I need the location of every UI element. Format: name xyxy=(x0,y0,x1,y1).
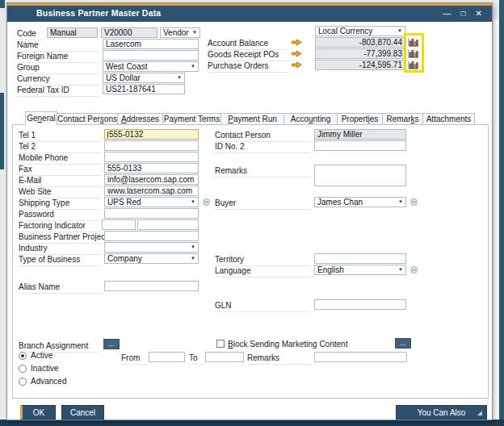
goods-receipt-pos-field[interactable]: -77,399.83 xyxy=(315,48,405,59)
password-field[interactable] xyxy=(104,208,199,219)
website-label: Web Site xyxy=(19,187,101,198)
code-series-field[interactable]: Manual xyxy=(47,27,98,38)
foreign-name-field[interactable] xyxy=(103,50,199,61)
purchase-orders-field[interactable]: -124,595.71 xyxy=(315,60,405,70)
bp-type-select[interactable]: Vendor xyxy=(160,27,200,38)
factoring-indicator-field-1[interactable] xyxy=(102,219,136,230)
fax-field[interactable]: 555-0133 xyxy=(104,163,199,173)
to-field[interactable] xyxy=(205,352,244,362)
link-arrow-icon[interactable] xyxy=(292,39,302,46)
block-marketing-label: Block Sending Marketing Content xyxy=(228,340,347,349)
link-arrow-icon[interactable] xyxy=(292,61,302,69)
alias-name-field[interactable] xyxy=(104,281,199,291)
tab-label: Payment Terms xyxy=(164,115,220,123)
password-label: Password xyxy=(19,210,101,221)
shipping-type-label: Shipping Type xyxy=(19,198,101,210)
highlight-annotation xyxy=(404,33,424,73)
id-no-2-field[interactable] xyxy=(314,140,406,151)
industry-label: Industry xyxy=(19,244,101,255)
tab-label: Propert xyxy=(342,115,368,123)
you-can-also-button[interactable]: You Can Also xyxy=(396,405,487,420)
language-select[interactable]: English xyxy=(314,265,406,275)
email-field[interactable]: info@lasercom.sap.com xyxy=(104,174,199,185)
tab-accounting[interactable]: Accounting xyxy=(284,113,338,125)
group-label: Group xyxy=(17,63,99,74)
tab-label: Attachments xyxy=(426,115,472,123)
name-field[interactable]: Lasercom xyxy=(103,39,199,49)
foreign-name-label: Foreign Name xyxy=(17,52,99,63)
from-label: From xyxy=(121,353,147,365)
chevron-down-icon[interactable] xyxy=(189,198,197,207)
tab-general[interactable]: General xyxy=(25,111,57,125)
tab-label: Ge xyxy=(27,114,37,123)
tab-payment-terms[interactable]: Payment Terms xyxy=(163,113,221,125)
tab-contact-persons[interactable]: Contact Persons xyxy=(57,113,118,125)
code-field[interactable]: V20000 xyxy=(101,27,158,38)
tab-payment-run[interactable]: Payment Run xyxy=(221,113,284,125)
federal-tax-id-field[interactable]: US21-187641 xyxy=(103,84,185,94)
industry-select[interactable] xyxy=(104,242,199,253)
tab-properties[interactable]: Properties xyxy=(338,113,383,125)
tab-strip: General Contact Persons Addresses Paymen… xyxy=(25,111,475,125)
territory-field[interactable] xyxy=(314,253,406,264)
from-field[interactable] xyxy=(149,352,185,362)
inactive-remarks-field[interactable] xyxy=(314,352,407,362)
tab-label: Remar xyxy=(386,115,410,123)
remarks-field[interactable] xyxy=(314,165,406,186)
contact-person-label: Contact Person xyxy=(215,131,310,142)
block-marketing-browse-button[interactable]: ... xyxy=(395,338,411,349)
chevron-down-icon[interactable] xyxy=(189,243,197,252)
cancel-button[interactable]: Cancel xyxy=(61,405,104,420)
bp-project-field[interactable] xyxy=(104,231,199,241)
contact-person-field[interactable]: Jimmy Miller xyxy=(314,129,406,140)
link-arrow-icon[interactable] xyxy=(292,50,302,57)
type-of-business-label: Type of Business xyxy=(19,255,101,266)
tab-accel: P xyxy=(228,115,233,123)
factoring-indicator-field-2[interactable] xyxy=(137,219,199,230)
type-of-business-select[interactable]: Company xyxy=(104,253,199,264)
radio-advanced[interactable] xyxy=(19,378,27,386)
tab-attachments[interactable]: Attachments xyxy=(423,113,475,125)
tel1-field[interactable]: 555-0132 xyxy=(104,129,199,140)
display-currency-select[interactable]: Local Currency xyxy=(315,26,405,36)
buyer-select[interactable]: James Chan xyxy=(314,197,406,207)
choose-from-list-icon[interactable] xyxy=(410,198,418,206)
currency-select[interactable]: US Dollar xyxy=(103,73,185,83)
chevron-down-icon[interactable] xyxy=(396,27,404,36)
tab-remarks[interactable]: Remarks xyxy=(383,113,423,125)
background-gutter xyxy=(493,19,499,420)
minimize-icon[interactable]: — xyxy=(443,7,452,20)
radio-active-label: Active xyxy=(31,351,52,361)
close-icon[interactable]: ✕ xyxy=(476,7,482,20)
group-select[interactable]: West Coast xyxy=(103,61,199,72)
title-bar[interactable]: Business Partner Master Data — □ ✕ xyxy=(7,3,492,22)
shipping-type-select[interactable]: UPS Red xyxy=(104,197,199,207)
branch-assignment-browse-button[interactable]: ... xyxy=(103,339,120,349)
chevron-down-icon[interactable] xyxy=(175,73,183,82)
chevron-down-icon[interactable] xyxy=(397,198,405,207)
radio-active[interactable] xyxy=(19,352,27,360)
maximize-icon[interactable]: □ xyxy=(461,7,466,20)
block-marketing-checkbox[interactable] xyxy=(216,340,225,348)
window-title: Business Partner Master Data xyxy=(36,8,161,18)
choose-from-list-icon[interactable] xyxy=(203,198,210,206)
tab-label: ddresses xyxy=(127,115,160,123)
buyer-value: James Chan xyxy=(317,198,363,207)
website-field[interactable]: www.lasercom.sap.com xyxy=(104,186,199,196)
tel2-field[interactable] xyxy=(104,140,199,151)
language-label: Language xyxy=(215,266,310,278)
chevron-down-icon[interactable] xyxy=(189,254,197,263)
chevron-down-icon[interactable] xyxy=(397,265,405,274)
chevron-down-icon[interactable] xyxy=(191,28,199,37)
account-balance-field[interactable]: -803,870.44 xyxy=(315,37,405,48)
business-partner-master-data-window: Business Partner Master Data — □ ✕ Code … xyxy=(6,2,493,420)
gln-field[interactable] xyxy=(314,299,406,310)
bp-project-label: Business Partner Project xyxy=(19,232,101,244)
ok-button[interactable]: OK xyxy=(20,405,56,420)
factoring-indicator-label: Factoring Indicator xyxy=(19,221,101,232)
mobile-phone-field[interactable] xyxy=(104,152,199,162)
tab-addresses[interactable]: Addresses xyxy=(118,113,163,125)
chevron-down-icon[interactable] xyxy=(189,62,197,71)
choose-from-list-icon[interactable] xyxy=(410,266,418,274)
radio-inactive[interactable] xyxy=(19,365,27,373)
